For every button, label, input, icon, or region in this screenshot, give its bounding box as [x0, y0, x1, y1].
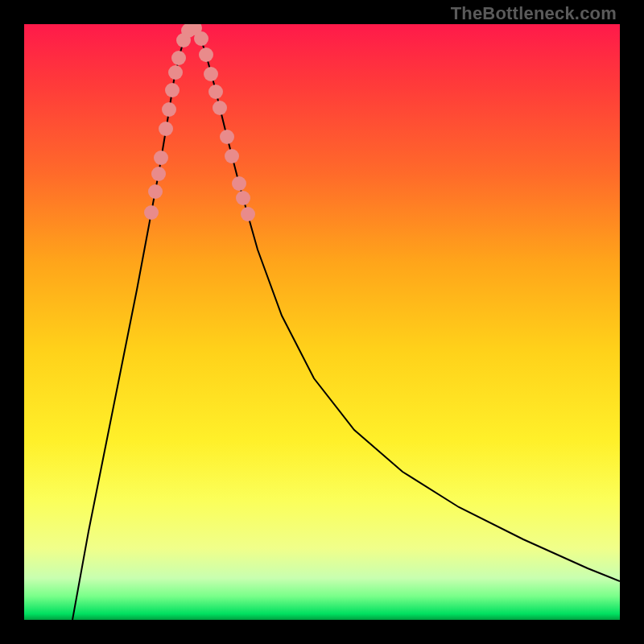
marker-dots [144, 24, 255, 221]
marker-dot [204, 67, 218, 81]
marker-dot [162, 102, 176, 117]
marker-dot [168, 65, 183, 80]
marker-dot [208, 85, 223, 99]
marker-dot [236, 191, 250, 205]
marker-dot [148, 184, 163, 199]
marker-dot [159, 122, 173, 136]
marker-dot [232, 176, 246, 191]
v-curve [72, 28, 620, 620]
marker-dot [194, 31, 208, 46]
marker-dot [171, 51, 186, 65]
marker-dot [241, 207, 255, 221]
marker-dot [151, 167, 166, 181]
marker-dot [144, 205, 159, 220]
marker-dot [213, 101, 227, 115]
marker-dot [165, 83, 180, 97]
plot-area [24, 24, 620, 620]
marker-dot [154, 151, 168, 165]
marker-dot [220, 130, 234, 144]
marker-dot [199, 47, 213, 62]
watermark-text: TheBottleneck.com [451, 3, 617, 24]
chart-svg [24, 24, 620, 620]
marker-dot [225, 149, 239, 163]
chart-frame: TheBottleneck.com [0, 0, 644, 644]
